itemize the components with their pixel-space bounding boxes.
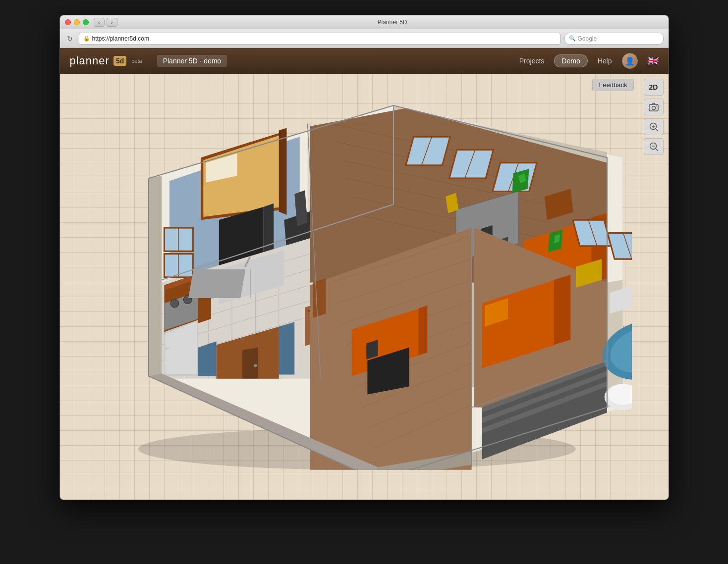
browser-window: ‹ › Planner 5D ↻ 🔒 https://planner5d.com… [59,15,669,500]
svg-marker-95 [313,278,326,318]
nav-buttons: ‹ › [94,18,117,27]
header-nav: Projects Demo Help 👤 🇬🇧 [519,53,659,69]
svg-marker-119 [149,176,162,376]
reload-button[interactable]: ↻ [65,34,75,44]
svg-rect-71 [188,269,245,298]
feedback-button[interactable]: Feedback [592,79,633,91]
svg-marker-80 [279,322,295,374]
url-text: https://planner5d.com [92,35,149,42]
svg-line-4 [656,129,658,131]
search-icon: 🔍 [569,35,576,42]
svg-marker-92 [418,306,427,356]
camera-icon [649,103,659,111]
title-bar-center: Planner 5D [121,19,664,26]
svg-point-1 [652,106,655,110]
svg-rect-36 [449,150,494,178]
main-canvas: Feedback 2D [60,74,669,500]
svg-point-67 [170,299,179,308]
browser-toolbar: ↻ 🔒 https://planner5d.com 🔍 Google [60,29,669,48]
close-button[interactable] [65,19,71,25]
svg-point-123 [254,364,257,367]
logo-box: 5d [113,56,126,66]
nav-projects[interactable]: Projects [519,57,545,65]
floor-plan-container[interactable] [72,95,632,470]
svg-marker-24 [263,204,274,256]
right-toolbar: 2D [644,79,664,155]
forward-button[interactable]: › [107,18,117,27]
svg-rect-2 [656,105,657,106]
search-bar[interactable]: 🔍 Google [564,33,664,45]
view-2d-button[interactable]: 2D [644,79,664,96]
back-button[interactable]: ‹ [94,18,105,27]
logo-text: planner [70,54,110,67]
project-name[interactable]: Planner 5D - demo [157,55,227,67]
language-flag[interactable]: 🇬🇧 [648,55,659,66]
lock-icon: 🔒 [83,35,90,42]
svg-marker-22 [279,128,287,215]
svg-marker-98 [554,275,571,345]
avatar[interactable]: 👤 [622,53,638,69]
nav-demo[interactable]: Demo [554,54,587,67]
window-title: Planner 5D [377,19,407,26]
logo-area: planner 5d beta [70,54,142,67]
zoom-out-icon [649,142,659,152]
screenshot-button[interactable] [644,99,664,115]
search-placeholder: Google [578,35,597,42]
svg-marker-122 [242,348,258,379]
zoom-out-button[interactable] [644,138,664,155]
address-bar[interactable]: 🔒 https://planner5d.com [79,33,560,45]
floor-plan-svg [72,95,632,470]
minimize-button[interactable] [74,19,80,25]
title-bar: ‹ › Planner 5D [60,15,669,29]
svg-rect-34 [406,137,450,165]
traffic-lights [65,19,89,25]
beta-tag: beta [131,58,142,64]
nav-help[interactable]: Help [598,57,612,65]
app-header: planner 5d beta Planner 5D - demo Projec… [60,48,669,74]
maximize-button[interactable] [83,19,89,25]
svg-line-8 [656,149,658,151]
zoom-in-button[interactable] [644,118,664,135]
svg-rect-103 [573,220,611,246]
zoom-in-icon [649,122,659,132]
